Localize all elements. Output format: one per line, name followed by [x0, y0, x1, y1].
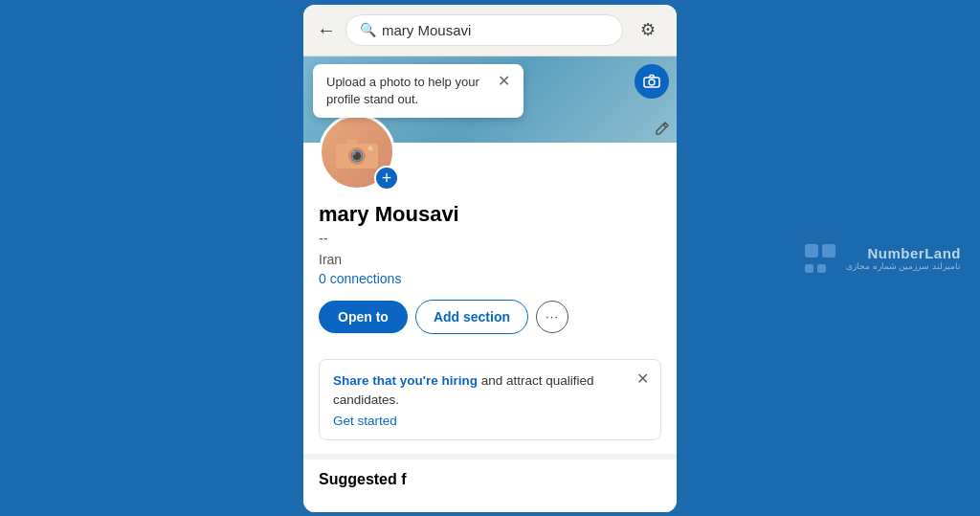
watermark-logo [804, 243, 838, 274]
search-icon: 🔍 [360, 22, 376, 37]
profile-area: Upload a photo to help your profile stan… [303, 56, 677, 512]
tooltip-text: Upload a photo to help your profile stan… [326, 74, 490, 108]
hiring-link[interactable]: Share that you're hiring [333, 373, 478, 388]
add-photo-button[interactable]: + [374, 166, 399, 191]
search-box[interactable]: 🔍 mary Mousavi [345, 14, 623, 46]
svg-rect-6 [347, 140, 357, 146]
phone-container: ← 🔍 mary Mousavi ⚙ Upload a photo to hel… [303, 5, 677, 512]
profile-connections: 0 connections [319, 271, 661, 286]
add-section-button[interactable]: Add section [415, 300, 528, 334]
hiring-text: Share that you're hiring and attract qua… [333, 371, 647, 411]
svg-point-7 [368, 146, 373, 150]
gear-icon: ⚙ [640, 19, 656, 40]
camera-icon [643, 74, 660, 88]
banner-close-button[interactable]: ✕ [636, 370, 649, 388]
tooltip-close-button[interactable]: ✕ [498, 74, 510, 89]
open-to-button[interactable]: Open to [319, 301, 408, 333]
profile-headline: -- [319, 231, 661, 246]
profile-photo-section: + [303, 114, 677, 191]
svg-point-1 [649, 79, 655, 85]
avatar-camera-illustration [332, 132, 382, 172]
settings-button[interactable]: ⚙ [633, 14, 663, 45]
search-value: mary Mousavi [382, 22, 471, 38]
hiring-banner: Share that you're hiring and attract qua… [319, 359, 661, 441]
edit-profile-button[interactable] [646, 114, 677, 145]
action-buttons: Open to Add section ··· [319, 300, 661, 334]
ellipsis-icon: ··· [546, 309, 559, 324]
watermark: NumberLand نامبرلند سرزمین شماره مجازی [804, 243, 961, 274]
avatar-wrapper: + [319, 114, 395, 191]
profile-name: mary Mousavi [319, 202, 661, 227]
section-heading-cut: Suggested f [303, 454, 677, 488]
more-options-button[interactable]: ··· [536, 301, 568, 333]
top-bar: ← 🔍 mary Mousavi ⚙ [303, 5, 677, 56]
profile-location: Iran [319, 252, 661, 267]
photo-upload-tooltip: Upload a photo to help your profile stan… [313, 64, 523, 118]
profile-info: mary Mousavi -- Iran 0 connections Open … [303, 194, 677, 359]
get-started-link[interactable]: Get started [333, 414, 647, 428]
pencil-icon [653, 121, 670, 138]
watermark-text: NumberLand نامبرلند سرزمین شماره مجازی [846, 245, 961, 271]
camera-cover-button[interactable] [635, 64, 669, 99]
back-button[interactable]: ← [317, 19, 336, 41]
